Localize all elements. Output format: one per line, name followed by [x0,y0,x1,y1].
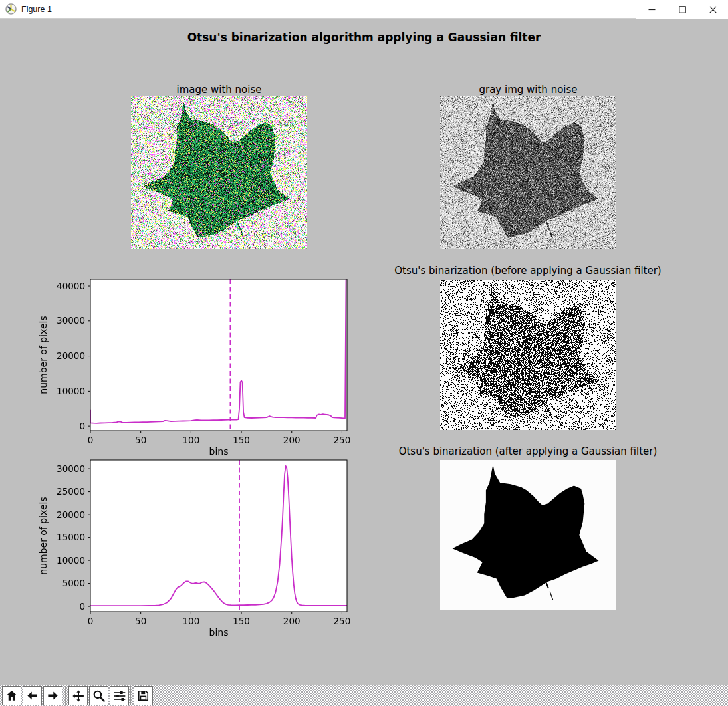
maximize-button[interactable] [667,0,697,19]
svg-text:50: 50 [135,435,146,445]
svg-text:20000: 20000 [57,350,85,361]
histogram-charts: 050100150200250010000200003000040000bins… [0,19,728,685]
magnifier-icon [92,689,106,703]
navigation-toolbar [0,685,728,706]
sliders-icon [113,689,126,703]
minimize-icon [648,6,656,13]
figure-canvas: Otsu's binarization algorithm applying a… [0,19,728,685]
matplotlib-logo-icon [5,3,17,15]
svg-text:5000: 5000 [62,578,85,588]
svg-text:15000: 15000 [57,532,85,542]
figure-window: Figure 1 Otsu's binarization algorithm a… [0,0,728,706]
svg-text:30000: 30000 [57,315,85,326]
svg-text:50: 50 [135,616,146,626]
svg-text:250: 250 [334,435,351,445]
svg-text:0: 0 [79,601,85,612]
minimize-button[interactable] [636,0,667,19]
svg-text:0: 0 [79,421,85,431]
svg-text:40000: 40000 [57,281,85,291]
svg-text:200: 200 [283,616,301,626]
svg-text:250: 250 [334,616,351,626]
svg-text:200: 200 [283,435,301,445]
toolbar-separator [130,686,131,705]
pan-button[interactable] [68,686,88,705]
configure-subplots-button[interactable] [110,686,129,705]
zoom-rect-button[interactable] [89,686,108,705]
home-button[interactable] [2,686,21,705]
forward-button[interactable] [43,686,62,705]
window-titlebar[interactable]: Figure 1 [0,0,728,19]
maximize-icon [679,6,686,13]
svg-text:number of pixels: number of pixels [38,316,49,394]
svg-text:30000: 30000 [57,463,85,474]
svg-text:150: 150 [233,616,250,626]
svg-text:bins: bins [209,627,229,638]
back-arrow-icon [26,689,39,702]
forward-arrow-icon [47,689,59,702]
svg-text:bins: bins [209,446,229,457]
save-floppy-icon [137,689,150,702]
pan-move-icon [72,689,85,703]
save-button[interactable] [134,686,153,705]
svg-text:0: 0 [88,616,94,626]
window-controls [636,0,728,19]
svg-text:10000: 10000 [57,386,85,396]
home-icon [5,689,18,702]
svg-text:150: 150 [233,435,250,445]
back-button[interactable] [23,686,42,705]
svg-text:100: 100 [182,435,199,445]
svg-text:20000: 20000 [57,509,85,520]
svg-text:number of pixels: number of pixels [38,497,49,574]
close-icon [709,6,717,13]
window-title: Figure 1 [21,5,52,14]
svg-text:25000: 25000 [57,486,85,497]
svg-text:0: 0 [88,435,94,445]
close-button[interactable] [697,0,728,19]
toolbar-separator [65,686,66,705]
svg-text:10000: 10000 [57,555,85,566]
svg-text:100: 100 [182,616,199,626]
